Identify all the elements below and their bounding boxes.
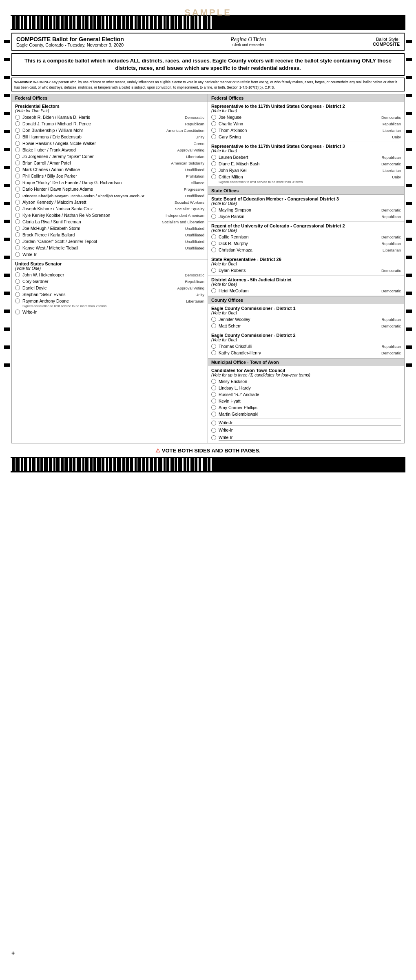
radio-button[interactable] — [211, 247, 216, 252]
radio-button[interactable] — [15, 292, 20, 297]
radio-button[interactable] — [211, 323, 216, 328]
district-attorney-block: District Attorney - 5th Judicial Distric… — [208, 276, 404, 296]
radio-button[interactable] — [211, 115, 216, 120]
radio-button[interactable] — [211, 428, 216, 433]
congress-district3-block: Representative to the 117th United State… — [208, 142, 404, 187]
candidate-row: Diane E. Mitsch BushDemocratic — [211, 160, 401, 167]
radio-button[interactable] — [211, 399, 216, 403]
radio-button[interactable] — [211, 350, 216, 355]
federal-offices-left-header: Federal Offices — [12, 94, 208, 102]
radio-button[interactable] — [211, 214, 216, 219]
radio-button[interactable] — [211, 207, 216, 212]
candidate-note: Signed declaration to limit service to n… — [219, 180, 401, 184]
radio-button[interactable] — [15, 167, 20, 172]
radio-button[interactable] — [211, 174, 216, 179]
congress-d3-title: Representative to the 117th United State… — [211, 144, 401, 149]
radio-button[interactable] — [15, 200, 20, 205]
congress-district2-block: Representative to the 117th United State… — [208, 102, 404, 142]
write-in-row: Write-In — [211, 419, 401, 427]
candidate-row: John Ryan KeilLibertarian — [211, 167, 401, 174]
radio-button[interactable] — [15, 232, 20, 237]
radio-button[interactable] — [15, 180, 20, 185]
presidential-race-block: Presidential Electors (Vote for One Pair… — [12, 102, 208, 260]
candidate-row: Daniel DoyleApproval Voting — [15, 285, 204, 291]
ballot-style-block: Ballot Style: COMPOSITE — [373, 37, 400, 47]
candidate-row: Christian VernazaLibertarian — [211, 247, 401, 253]
candidate-row: Blake Huber / Frank AtwoodApproval Votin… — [15, 147, 204, 153]
candidate-row: Kathy Chandler-HenryDemocratic — [211, 350, 401, 356]
candidate-row: Heidi McCollumDemocratic — [211, 287, 401, 294]
candidate-row: Matt ScherrDemocratic — [211, 323, 401, 329]
radio-button[interactable] — [15, 193, 20, 198]
candidate-row: Mayling SimpsonDemocratic — [211, 207, 401, 213]
radio-button[interactable] — [15, 239, 20, 244]
radio-button[interactable] — [15, 128, 20, 133]
state-rep-d26-title: State Representative - District 26 — [211, 257, 401, 262]
county-commissioner-d1-block: Eagle County Commissioner - District 1 (… — [208, 304, 404, 331]
radio-button[interactable] — [15, 187, 20, 192]
radio-button[interactable] — [211, 134, 216, 139]
candidate-row: Dario Hunter / Dawn Neptune AdamsProgres… — [15, 186, 204, 192]
radio-button[interactable] — [211, 392, 216, 397]
radio-button[interactable] — [211, 379, 216, 384]
right-column: Federal Offices Representative to the 11… — [208, 94, 404, 443]
radio-button[interactable] — [211, 128, 216, 133]
radio-button[interactable] — [15, 115, 20, 120]
radio-button[interactable] — [211, 288, 216, 293]
radio-button[interactable] — [15, 226, 20, 231]
radio-button[interactable] — [15, 134, 20, 139]
radio-button[interactable] — [211, 121, 216, 126]
state-rep-d26-block: State Representative - District 26 (Vote… — [208, 255, 404, 276]
radio-button[interactable] — [15, 298, 20, 303]
radio-button[interactable] — [211, 421, 216, 425]
radio-button[interactable] — [15, 141, 20, 146]
write-in-row: Write-In — [211, 434, 401, 441]
candidate-row: Jordan "Cancer" Scott / Jennifer TepoolU… — [15, 238, 204, 245]
radio-button[interactable] — [15, 285, 20, 290]
radio-button[interactable] — [15, 121, 20, 126]
candidate-row: Alyson Kennedy / Malcolm JarrettSocialis… — [15, 199, 204, 205]
candidate-row: Gloria La Riva / Sunil FreemanSocialism … — [15, 218, 204, 225]
radio-button[interactable] — [15, 174, 20, 178]
radio-button[interactable] — [15, 272, 20, 277]
radio-button[interactable] — [211, 405, 216, 410]
radio-button[interactable] — [15, 310, 20, 314]
candidate-row: Bill Hammons / Eric BodenstabUnity — [15, 134, 204, 140]
radio-button[interactable] — [211, 155, 216, 160]
county-commissioner-d2-subtitle: (Vote for One) — [211, 338, 401, 342]
radio-button[interactable] — [15, 160, 20, 165]
radio-button[interactable] — [15, 252, 20, 257]
radio-button[interactable] — [15, 245, 20, 250]
radio-button[interactable] — [211, 435, 216, 440]
radio-button[interactable] — [15, 206, 20, 211]
radio-button[interactable] — [211, 412, 216, 416]
radio-button[interactable] — [211, 234, 216, 239]
candidate-row: Charlie WinnRepublican — [211, 120, 401, 127]
write-in-row: Write-In — [15, 251, 204, 258]
signature-label: Clerk and Recorder — [230, 43, 266, 47]
radio-button[interactable] — [211, 241, 216, 246]
radio-button[interactable] — [15, 147, 20, 152]
radio-button[interactable] — [15, 213, 20, 218]
candidate-row: Jennifer WoolleyRepublican — [211, 316, 401, 323]
candidate-row: Joe McHugh / Elizabeth StormUnaffiliated — [15, 225, 204, 232]
district-attorney-subtitle: (Vote for One) — [211, 282, 401, 287]
radio-button[interactable] — [211, 344, 216, 349]
radio-button[interactable] — [15, 279, 20, 284]
radio-button[interactable] — [15, 219, 20, 224]
signature: Regina O'Brien — [230, 36, 266, 43]
radio-button[interactable] — [15, 154, 20, 159]
candidate-row: Phil Collins / Billy Joe ParkerProhibiti… — [15, 173, 204, 179]
radio-button[interactable] — [211, 161, 216, 166]
state-offices-header: State Offices — [208, 187, 404, 195]
radio-button[interactable] — [211, 168, 216, 173]
bottom-notice: ⚠ VOTE BOTH SIDES AND BOTH PAGES. — [11, 448, 405, 454]
county-commissioner-d1-title: Eagle County Commissioner - District 1 — [211, 306, 401, 311]
district-attorney-title: District Attorney - 5th Judicial Distric… — [211, 277, 401, 282]
radio-button[interactable] — [211, 317, 216, 322]
state-board-subtitle: (Vote for One) — [211, 201, 401, 206]
radio-button[interactable] — [211, 385, 216, 390]
radio-button[interactable] — [211, 268, 216, 273]
congress-d2-subtitle: (Vote for One) — [211, 109, 401, 113]
candidate-row: Callie RennisonDemocratic — [211, 234, 401, 240]
